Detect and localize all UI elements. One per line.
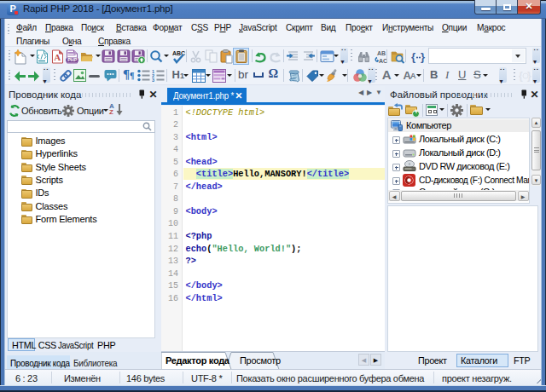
svg-text:{: {	[519, 70, 523, 82]
svg-text:AB: AB	[377, 50, 386, 56]
svg-text:3: 3	[152, 78, 154, 82]
svg-text:}: }	[421, 50, 425, 63]
svg-text:PHP: PHP	[67, 57, 78, 62]
svg-text:{: {	[411, 50, 415, 63]
svg-text:A: A	[54, 51, 61, 61]
